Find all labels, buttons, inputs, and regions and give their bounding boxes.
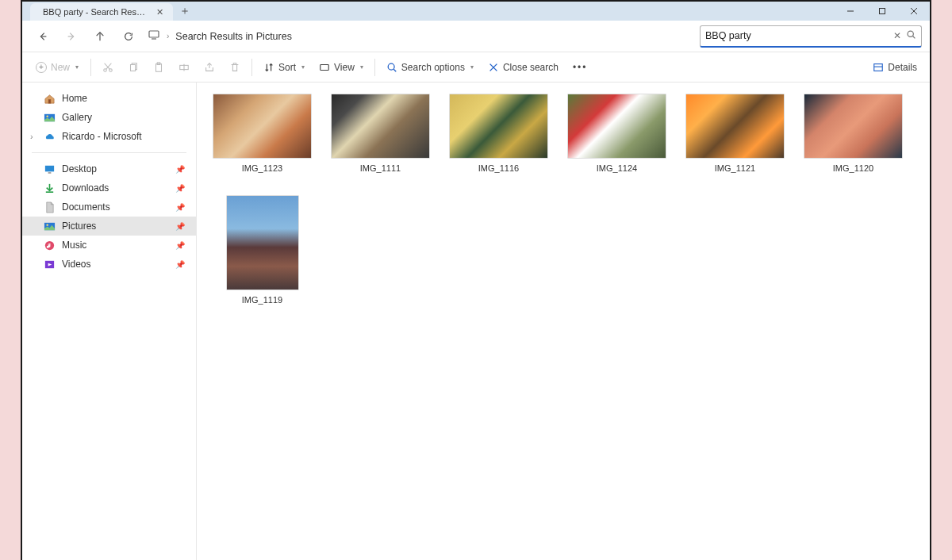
more-button[interactable]: ••• — [566, 56, 594, 79]
clear-search-icon[interactable]: ✕ — [893, 30, 901, 41]
view-label: View — [334, 62, 355, 73]
file-thumbnail[interactable]: IMG_1123 — [213, 94, 312, 173]
svg-rect-33 — [48, 172, 51, 173]
content-area[interactable]: IMG_1123IMG_1111IMG_1116IMG_1124IMG_1121… — [197, 82, 930, 560]
view-button[interactable]: View ▾ — [313, 56, 370, 79]
svg-rect-9 — [149, 31, 159, 37]
sidebar-item-downloads[interactable]: Downloads 📌 — [22, 178, 196, 198]
sidebar-item-desktop[interactable]: Desktop 📌 — [22, 159, 196, 178]
pin-icon: 📌 — [175, 260, 185, 269]
chevron-down-icon: ▾ — [75, 63, 79, 71]
navbar: › Search Results in Pictures ✕ — [22, 21, 930, 52]
file-name: IMG_1111 — [360, 163, 401, 173]
maximize-button[interactable] — [866, 2, 898, 21]
minimize-button[interactable] — [835, 2, 866, 21]
thumbnail-image — [567, 94, 666, 159]
thumbnail-image — [213, 94, 312, 159]
search-options-button[interactable]: Search options ▾ — [380, 56, 480, 79]
sidebar-item-label: Desktop — [62, 163, 97, 175]
thumbnail-image — [449, 94, 548, 159]
search-go-icon[interactable] — [906, 29, 916, 42]
up-button[interactable] — [87, 24, 113, 49]
sidebar-item-videos[interactable]: Videos 📌 — [22, 255, 196, 274]
file-explorer-window: BBQ party - Search Results in I ✕ ＋ — [21, 0, 931, 560]
pin-icon: 📌 — [175, 203, 185, 212]
videos-icon — [43, 258, 56, 270]
sort-button[interactable]: Sort ▾ — [257, 56, 311, 79]
chevron-right-icon: › — [167, 32, 169, 40]
svg-point-31 — [46, 115, 48, 117]
new-tab-button[interactable]: ＋ — [173, 2, 197, 21]
sidebar-item-label: Pictures — [62, 221, 96, 232]
thumbnail-image — [685, 94, 785, 159]
file-name: IMG_1124 — [597, 163, 637, 173]
paste-button[interactable] — [147, 56, 171, 79]
sidebar-item-account[interactable]: Ricardo - Microsoft — [22, 127, 196, 146]
svg-rect-22 — [321, 64, 329, 70]
window-close-button[interactable] — [898, 2, 930, 21]
svg-line-12 — [913, 36, 916, 39]
chevron-down-icon: ▾ — [301, 63, 305, 71]
sidebar-item-gallery[interactable]: Gallery — [22, 108, 196, 127]
svg-rect-3 — [880, 9, 885, 14]
tab-strip: BBQ party - Search Results in I ✕ ＋ — [22, 2, 197, 21]
thumbnail-image — [226, 195, 299, 290]
file-thumbnail[interactable]: IMG_1119 — [213, 195, 312, 305]
file-name: IMG_1119 — [242, 295, 282, 305]
file-thumbnail[interactable]: IMG_1120 — [804, 94, 903, 173]
file-thumbnail[interactable]: IMG_1121 — [685, 94, 785, 173]
close-search-label: Close search — [503, 62, 559, 73]
sidebar-item-home[interactable]: Home — [22, 89, 196, 108]
body: Home Gallery Ricardo - Microsoft Desktop… — [22, 82, 930, 560]
gallery-icon — [43, 111, 56, 124]
details-button[interactable]: Details — [866, 56, 923, 79]
this-pc-icon — [148, 29, 160, 44]
sidebar-item-documents[interactable]: Documents 📌 — [22, 198, 196, 217]
file-name: IMG_1116 — [478, 163, 519, 173]
rename-button[interactable] — [172, 56, 196, 79]
share-button[interactable] — [198, 56, 221, 79]
onedrive-icon — [43, 130, 56, 143]
forward-button[interactable] — [59, 24, 84, 49]
sidebar-item-label: Home — [62, 93, 87, 104]
close-search-button[interactable]: Close search — [482, 56, 565, 79]
chevron-down-icon: ▾ — [470, 63, 474, 71]
address-bar[interactable]: › Search Results in Pictures — [144, 29, 697, 44]
tab-close-icon[interactable]: ✕ — [155, 7, 165, 17]
music-icon — [43, 239, 56, 251]
file-name: IMG_1121 — [715, 163, 755, 173]
svg-rect-29 — [48, 99, 51, 103]
search-input[interactable] — [705, 30, 889, 41]
copy-button[interactable] — [121, 56, 145, 79]
documents-icon — [43, 201, 56, 213]
back-button[interactable] — [30, 24, 56, 49]
file-name: IMG_1120 — [833, 163, 873, 173]
file-thumbnail[interactable]: IMG_1116 — [449, 94, 548, 173]
sidebar-item-label: Documents — [62, 201, 110, 213]
downloads-icon — [43, 182, 56, 194]
svg-rect-32 — [44, 165, 53, 171]
file-thumbnail[interactable]: IMG_1124 — [567, 94, 666, 173]
refresh-button[interactable] — [116, 24, 141, 49]
file-name: IMG_1123 — [242, 163, 282, 173]
toolbar: + New ▾ Sort ▾ View ▾ Search options ▾ — [22, 52, 930, 82]
sidebar-item-music[interactable]: Music 📌 — [22, 236, 196, 255]
tab-search-results[interactable]: BBQ party - Search Results in I ✕ — [30, 3, 173, 21]
sidebar-item-label: Gallery — [62, 112, 92, 123]
svg-rect-18 — [156, 63, 162, 71]
sidebar-item-pictures[interactable]: Pictures 📌 — [22, 217, 196, 236]
titlebar: BBQ party - Search Results in I ✕ ＋ — [22, 2, 930, 21]
sidebar-item-label: Videos — [62, 259, 90, 270]
new-label: New — [51, 62, 70, 73]
file-thumbnail[interactable]: IMG_1111 — [331, 94, 430, 173]
details-label: Details — [888, 62, 917, 73]
svg-rect-17 — [131, 64, 136, 71]
plus-circle-icon: + — [36, 62, 47, 73]
search-box[interactable]: ✕ — [700, 25, 922, 48]
chevron-down-icon: ▾ — [360, 63, 363, 71]
delete-button[interactable] — [223, 56, 247, 79]
svg-line-24 — [393, 69, 396, 71]
new-button[interactable]: + New ▾ — [29, 56, 86, 79]
window-controls — [835, 2, 930, 21]
cut-button[interactable] — [96, 56, 120, 79]
